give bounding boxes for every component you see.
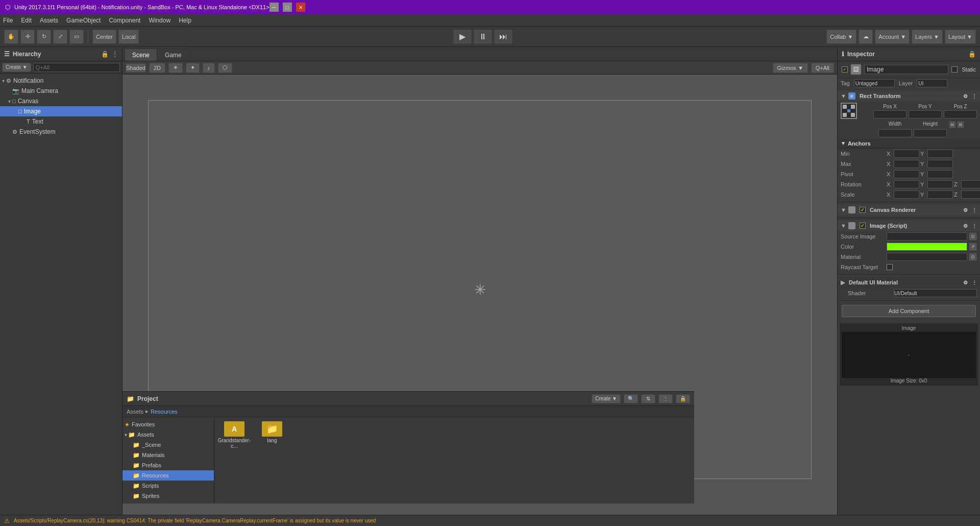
tool-rotate[interactable]: ↻ (37, 30, 51, 44)
pos-x-input[interactable]: 0 (873, 110, 906, 118)
scene-view-icon[interactable]: ⬡ (218, 63, 232, 73)
project-sort-button[interactable]: ⇅ (641, 394, 655, 403)
hierarchy-item-canvas[interactable]: ▾ □ Canvas (0, 96, 122, 106)
project-options-button[interactable]: ⋮ (658, 394, 673, 403)
project-tree-favorites[interactable]: ★ Favorites (122, 419, 214, 429)
tool-hand[interactable]: ✋ (4, 30, 18, 44)
pivot-y-input[interactable]: 0.5 (927, 170, 953, 178)
lights-button[interactable]: ☀ (168, 63, 183, 73)
menu-window[interactable]: Window (149, 17, 170, 24)
max-y-input[interactable]: 0.5 (927, 160, 953, 168)
rot-y-input[interactable]: 0 (927, 180, 953, 188)
default-ui-material-header[interactable]: ▶ Default UI Material ⚙ ⋮ (838, 277, 980, 288)
image-settings-icon[interactable]: ⚙ (963, 223, 968, 229)
canvas-renderer-header[interactable]: ▼ Canvas Renderer ⚙ ⋮ (838, 204, 980, 216)
link-x-button[interactable]: R (949, 121, 956, 128)
material-input[interactable]: None (Material) (887, 253, 967, 261)
project-lock-button[interactable]: 🔒 (676, 394, 690, 403)
rect-settings-icon[interactable]: ⚙ (963, 93, 968, 99)
project-content-item-grandstander[interactable]: A Grandstander-c... (216, 419, 252, 501)
close-button[interactable]: ✕ (296, 3, 305, 12)
tab-game[interactable]: Game (157, 49, 189, 61)
color-swatch[interactable] (887, 243, 967, 251)
source-image-input[interactable]: None (Sprite) (887, 232, 967, 241)
shading-select[interactable]: Shaded (126, 63, 146, 73)
menu-edit[interactable]: Edit (21, 17, 32, 24)
project-content-item-lang[interactable]: 📁 lang (254, 419, 290, 501)
menu-component[interactable]: Component (109, 17, 140, 24)
scale-x-input[interactable]: 1 (894, 190, 919, 199)
project-tree-assets[interactable]: ▾ 📁 Assets (122, 429, 214, 440)
hierarchy-item-text[interactable]: T Text (0, 116, 122, 127)
menu-help[interactable]: Help (179, 17, 191, 24)
hierarchy-item-image[interactable]: □ Image (0, 106, 122, 116)
scale-y-input[interactable]: 1 (927, 190, 953, 199)
rot-z-input[interactable]: 0 (961, 180, 980, 188)
breadcrumb-assets[interactable]: Assets (127, 409, 143, 415)
pause-button[interactable]: ⏸ (474, 30, 492, 44)
collab-button[interactable]: Collab ▼ (826, 30, 856, 44)
tool-translate[interactable]: ✛ (20, 30, 35, 44)
material-overflow-icon[interactable]: ⋮ (972, 280, 977, 285)
anchor-preset-widget[interactable] (841, 103, 871, 119)
tool-rect[interactable]: ▭ (69, 30, 84, 44)
source-image-select-button[interactable]: ⊙ (969, 232, 977, 241)
min-x-input[interactable]: 0.5 (894, 150, 919, 158)
2d-button[interactable]: 2D (149, 63, 165, 73)
hierarchy-options[interactable]: ⋮ (112, 51, 118, 58)
project-tree-scene[interactable]: 📁 _Scene (122, 440, 214, 450)
play-button[interactable]: ▶ (453, 30, 472, 44)
layout-button[interactable]: Layout ▼ (945, 30, 976, 44)
maximize-button[interactable]: □ (283, 3, 292, 12)
minimize-button[interactable]: ─ (270, 3, 279, 12)
inspector-lock-icon[interactable]: 🔒 (968, 51, 976, 58)
menu-gameobject[interactable]: GameObject (66, 17, 101, 24)
object-name-input[interactable] (864, 65, 948, 74)
project-tree-resources[interactable]: 📁 Resources (122, 470, 214, 481)
tool-scale[interactable]: ⤢ (53, 30, 67, 44)
pos-z-input[interactable]: 0 (944, 110, 977, 118)
account-button[interactable]: Account ▼ (875, 30, 910, 44)
image-overflow-icon[interactable]: ⋮ (972, 223, 977, 229)
rect-transform-header[interactable]: ▼ ⊞ Rect Transform ⚙ ⋮ (838, 90, 980, 102)
height-input[interactable]: 60 (914, 129, 947, 137)
hierarchy-item-eventsystem[interactable]: ⚙ EventSystem (0, 127, 122, 137)
cloud-button[interactable]: ☁ (859, 30, 873, 44)
material-select-button[interactable]: ⊙ (969, 253, 977, 261)
canvas-settings-icon[interactable]: ⚙ (963, 207, 968, 213)
menu-assets[interactable]: Assets (40, 17, 58, 24)
canvas-overflow-icon[interactable]: ⋮ (972, 207, 977, 213)
color-picker-button[interactable]: ↗ (969, 243, 977, 251)
active-checkbox[interactable] (842, 66, 848, 73)
layers-button[interactable]: Layers ▼ (912, 30, 943, 44)
project-search-button[interactable]: 🔍 (624, 394, 638, 403)
project-tree-sprites[interactable]: 📁 Sprites (122, 491, 214, 501)
tab-scene[interactable]: Scene (125, 49, 157, 61)
breadcrumb-resources[interactable]: Resources (151, 409, 178, 415)
add-component-button[interactable]: Add Component (842, 305, 976, 317)
material-settings-icon[interactable]: ⚙ (963, 280, 968, 285)
project-tree-prefabs[interactable]: 📁 Prefabs (122, 460, 214, 470)
min-y-input[interactable]: 0.5 (927, 150, 953, 158)
pos-y-input[interactable]: -270 (909, 110, 942, 118)
project-tree-scripts[interactable]: 📁 Scripts (122, 481, 214, 491)
image-script-enabled[interactable] (860, 223, 866, 229)
width-input[interactable]: 400 (878, 129, 912, 137)
scale-z-input[interactable]: 1 (961, 190, 980, 199)
step-button[interactable]: ⏭ (494, 30, 512, 44)
hierarchy-item-notification[interactable]: ▾ ⚙ Notification (0, 76, 122, 86)
hierarchy-item-main-camera[interactable]: 📷 Main Camera (0, 86, 122, 96)
audio-button[interactable]: ♪ (203, 63, 215, 73)
hierarchy-create-button[interactable]: Create ▼ (2, 63, 31, 72)
max-x-input[interactable]: 0.5 (894, 160, 919, 168)
rect-overflow-icon[interactable]: ⋮ (972, 93, 977, 99)
pivot-center-button[interactable]: Center (92, 30, 116, 44)
canvas-renderer-enabled[interactable] (860, 207, 866, 213)
menu-file[interactable]: File (3, 17, 13, 24)
rot-x-input[interactable]: 0 (894, 180, 919, 188)
raycast-checkbox[interactable] (887, 264, 893, 270)
all-layers-button[interactable]: Q+All (811, 63, 834, 73)
link-y-button[interactable]: R (957, 121, 964, 128)
shader-select[interactable]: UI/Default (894, 289, 977, 297)
static-checkbox[interactable] (951, 66, 958, 73)
